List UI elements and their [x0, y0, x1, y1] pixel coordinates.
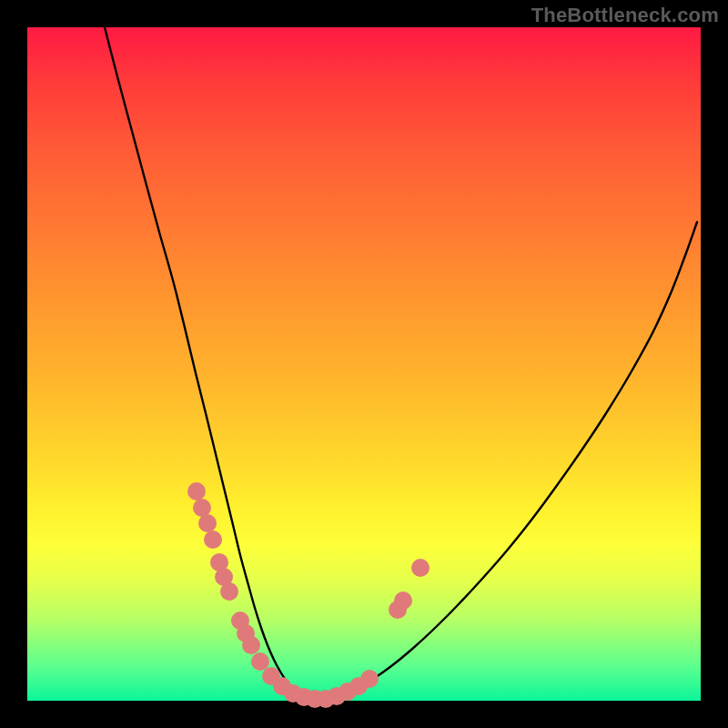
curve-marker: [411, 559, 430, 577]
marker-group: [187, 482, 430, 708]
curve-marker: [220, 582, 238, 601]
curve-marker: [251, 652, 269, 671]
curve-marker: [198, 514, 217, 532]
curve-marker: [394, 592, 412, 610]
curve-marker: [193, 499, 211, 517]
curve-marker: [242, 636, 260, 654]
curve-marker: [360, 670, 379, 688]
curve-marker: [204, 531, 222, 549]
attribution-text: TheBottleneck.com: [531, 4, 719, 27]
curve-marker: [187, 482, 206, 500]
chart-svg: [27, 27, 701, 701]
